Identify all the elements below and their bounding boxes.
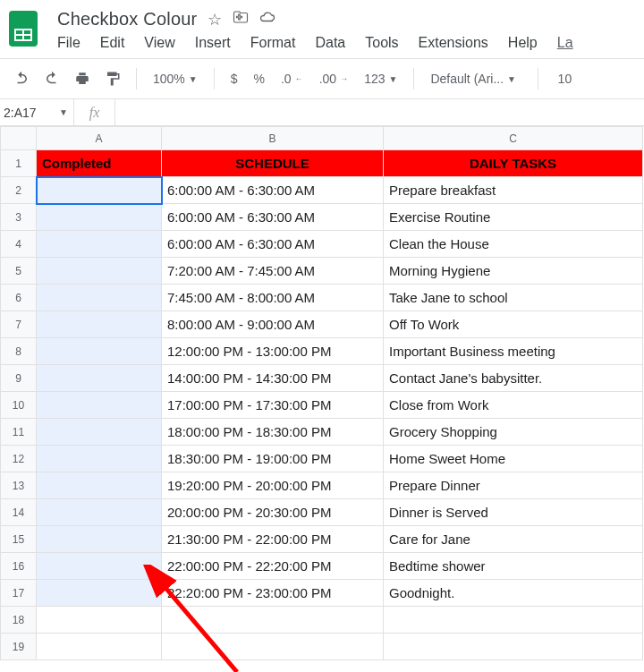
cell-B5[interactable]: 7:20:00 AM - 7:45:00 AM <box>162 258 384 285</box>
cell-A2[interactable] <box>37 177 162 204</box>
cell-C17[interactable]: Goodnight. <box>384 580 643 607</box>
cell-B15[interactable]: 21:30:00 PM - 22:00:00 PM <box>162 526 384 553</box>
cell-A13[interactable] <box>37 472 162 499</box>
increase-decimal-button[interactable]: .00→ <box>316 72 352 86</box>
cell-A16[interactable] <box>37 553 162 580</box>
cell-C6[interactable]: Take Jane to school <box>384 285 643 311</box>
row-header-6[interactable]: 6 <box>1 285 37 311</box>
cell-B11[interactable]: 18:00:00 PM - 18:30:00 PM <box>162 419 384 446</box>
cell-B19[interactable] <box>162 634 384 660</box>
select-all-corner[interactable] <box>1 127 37 150</box>
row-header-13[interactable]: 13 <box>1 472 37 499</box>
cell-B3[interactable]: 6:00:00 AM - 6:30:00 AM <box>162 204 384 231</box>
cell-A4[interactable] <box>37 231 162 258</box>
menu-more[interactable]: La <box>557 35 573 51</box>
row-header-18[interactable]: 18 <box>1 607 37 634</box>
cell-A17[interactable] <box>37 580 162 607</box>
cell-C9[interactable]: Contact Jane's babysitter. <box>384 365 643 392</box>
menu-tools[interactable]: Tools <box>365 35 398 51</box>
menu-insert[interactable]: Insert <box>195 35 231 51</box>
print-button[interactable] <box>72 68 93 89</box>
cell-A9[interactable] <box>37 365 162 392</box>
row-header-12[interactable]: 12 <box>1 446 37 472</box>
cell-A7[interactable] <box>37 311 162 338</box>
row-header-9[interactable]: 9 <box>1 365 37 392</box>
cell-A8[interactable] <box>37 338 162 365</box>
doc-title[interactable]: Checkbox Colour <box>57 9 197 30</box>
font-size-input[interactable]: 10 <box>551 72 578 86</box>
cell-A12[interactable] <box>37 446 162 472</box>
row-header-10[interactable]: 10 <box>1 392 37 419</box>
row-header-5[interactable]: 5 <box>1 258 37 285</box>
cell-C1[interactable]: DAILY TASKS <box>384 150 643 177</box>
cell-B13[interactable]: 19:20:00 PM - 20:00:00 PM <box>162 472 384 499</box>
row-header-7[interactable]: 7 <box>1 311 37 338</box>
percent-button[interactable]: % <box>250 72 268 86</box>
cell-C4[interactable]: Clean the House <box>384 231 643 258</box>
cell-C18[interactable] <box>384 607 643 634</box>
row-header-14[interactable]: 14 <box>1 499 37 526</box>
menu-help[interactable]: Help <box>508 35 538 51</box>
formula-input[interactable] <box>115 99 644 126</box>
cell-C11[interactable]: Grocery Shopping <box>384 419 643 446</box>
currency-button[interactable]: $ <box>227 72 242 86</box>
cell-A14[interactable] <box>37 499 162 526</box>
col-header-B[interactable]: B <box>162 127 384 150</box>
move-folder-icon[interactable] <box>233 9 249 30</box>
row-header-16[interactable]: 16 <box>1 553 37 580</box>
cell-C14[interactable]: Dinner is Served <box>384 499 643 526</box>
paint-format-button[interactable] <box>102 68 123 89</box>
cell-C12[interactable]: Home Sweet Home <box>384 446 643 472</box>
cell-A19[interactable] <box>37 634 162 660</box>
menu-view[interactable]: View <box>144 35 174 51</box>
cell-C15[interactable]: Care for Jane <box>384 526 643 553</box>
menu-data[interactable]: Data <box>315 35 345 51</box>
cell-C19[interactable] <box>384 634 643 660</box>
menu-format[interactable]: Format <box>250 35 296 51</box>
cloud-status-icon[interactable] <box>259 9 275 30</box>
cell-C2[interactable]: Prepare breakfast <box>384 177 643 204</box>
cell-A1[interactable]: Completed <box>37 150 162 177</box>
cell-B16[interactable]: 22:00:00 PM - 22:20:00 PM <box>162 553 384 580</box>
menu-edit[interactable]: Edit <box>100 35 125 51</box>
cell-A3[interactable] <box>37 204 162 231</box>
col-header-C[interactable]: C <box>384 127 643 150</box>
row-header-4[interactable]: 4 <box>1 231 37 258</box>
decrease-decimal-button[interactable]: .0← <box>277 72 307 86</box>
menu-file[interactable]: File <box>57 35 80 51</box>
cell-B14[interactable]: 20:00:00 PM - 20:30:00 PM <box>162 499 384 526</box>
row-header-8[interactable]: 8 <box>1 338 37 365</box>
cell-C7[interactable]: Off To Work <box>384 311 643 338</box>
name-box[interactable]: 2:A17▼ <box>0 99 74 126</box>
row-header-1[interactable]: 1 <box>1 150 37 177</box>
cell-C10[interactable]: Close from Work <box>384 392 643 419</box>
cell-C3[interactable]: Exercise Routine <box>384 204 643 231</box>
cell-C16[interactable]: Bedtime shower <box>384 553 643 580</box>
cell-B6[interactable]: 7:45:00 AM - 8:00:00 AM <box>162 285 384 311</box>
cell-C8[interactable]: Important Business meeting <box>384 338 643 365</box>
cell-B18[interactable] <box>162 607 384 634</box>
cell-A18[interactable] <box>37 607 162 634</box>
redo-button[interactable] <box>41 68 63 89</box>
cell-B17[interactable]: 22:20:00 PM - 23:00:00 PM <box>162 580 384 607</box>
font-select[interactable]: Default (Ari...▼ <box>427 72 525 86</box>
row-header-17[interactable]: 17 <box>1 580 37 607</box>
row-header-3[interactable]: 3 <box>1 204 37 231</box>
cell-B4[interactable]: 6:00:00 AM - 6:30:00 AM <box>162 231 384 258</box>
cell-B8[interactable]: 12:00:00 PM - 13:00:00 PM <box>162 338 384 365</box>
menu-extensions[interactable]: Extensions <box>419 35 488 51</box>
row-header-19[interactable]: 19 <box>1 634 37 660</box>
cell-B2[interactable]: 6:00:00 AM - 6:30:00 AM <box>162 177 384 204</box>
zoom-select[interactable]: 100%▼ <box>149 72 201 86</box>
cell-A6[interactable] <box>37 285 162 311</box>
row-header-15[interactable]: 15 <box>1 526 37 553</box>
row-header-11[interactable]: 11 <box>1 419 37 446</box>
cell-B1[interactable]: SCHEDULE <box>162 150 384 177</box>
cell-B9[interactable]: 14:00:00 PM - 14:30:00 PM <box>162 365 384 392</box>
cell-B10[interactable]: 17:00:00 PM - 17:30:00 PM <box>162 392 384 419</box>
cell-C5[interactable]: Morning Hygiene <box>384 258 643 285</box>
number-format-select[interactable]: 123▼ <box>360 72 401 86</box>
cell-B12[interactable]: 18:30:00 PM - 19:00:00 PM <box>162 446 384 472</box>
star-icon[interactable]: ☆ <box>208 10 222 30</box>
cell-A15[interactable] <box>37 526 162 553</box>
